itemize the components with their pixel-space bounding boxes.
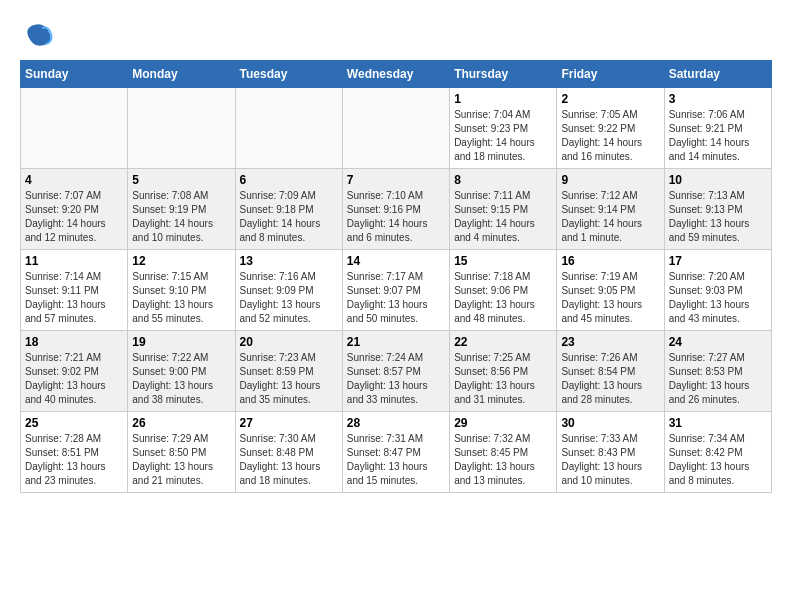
calendar-cell <box>21 88 128 169</box>
calendar-cell <box>235 88 342 169</box>
day-info: Sunrise: 7:29 AM Sunset: 8:50 PM Dayligh… <box>132 432 230 488</box>
day-number: 10 <box>669 173 767 187</box>
day-info: Sunrise: 7:06 AM Sunset: 9:21 PM Dayligh… <box>669 108 767 164</box>
day-number: 7 <box>347 173 445 187</box>
calendar-cell: 15Sunrise: 7:18 AM Sunset: 9:06 PM Dayli… <box>450 250 557 331</box>
calendar-cell: 8Sunrise: 7:11 AM Sunset: 9:15 PM Daylig… <box>450 169 557 250</box>
calendar-cell: 30Sunrise: 7:33 AM Sunset: 8:43 PM Dayli… <box>557 412 664 493</box>
calendar-cell: 11Sunrise: 7:14 AM Sunset: 9:11 PM Dayli… <box>21 250 128 331</box>
day-info: Sunrise: 7:09 AM Sunset: 9:18 PM Dayligh… <box>240 189 338 245</box>
day-info: Sunrise: 7:13 AM Sunset: 9:13 PM Dayligh… <box>669 189 767 245</box>
day-info: Sunrise: 7:04 AM Sunset: 9:23 PM Dayligh… <box>454 108 552 164</box>
calendar-cell: 2Sunrise: 7:05 AM Sunset: 9:22 PM Daylig… <box>557 88 664 169</box>
calendar-week-row: 11Sunrise: 7:14 AM Sunset: 9:11 PM Dayli… <box>21 250 772 331</box>
calendar-body: 1Sunrise: 7:04 AM Sunset: 9:23 PM Daylig… <box>21 88 772 493</box>
calendar-cell: 24Sunrise: 7:27 AM Sunset: 8:53 PM Dayli… <box>664 331 771 412</box>
calendar-week-row: 18Sunrise: 7:21 AM Sunset: 9:02 PM Dayli… <box>21 331 772 412</box>
day-info: Sunrise: 7:34 AM Sunset: 8:42 PM Dayligh… <box>669 432 767 488</box>
day-info: Sunrise: 7:20 AM Sunset: 9:03 PM Dayligh… <box>669 270 767 326</box>
logo-icon <box>24 20 54 50</box>
day-info: Sunrise: 7:32 AM Sunset: 8:45 PM Dayligh… <box>454 432 552 488</box>
day-number: 5 <box>132 173 230 187</box>
day-number: 29 <box>454 416 552 430</box>
day-number: 15 <box>454 254 552 268</box>
day-number: 22 <box>454 335 552 349</box>
calendar-cell: 29Sunrise: 7:32 AM Sunset: 8:45 PM Dayli… <box>450 412 557 493</box>
day-info: Sunrise: 7:26 AM Sunset: 8:54 PM Dayligh… <box>561 351 659 407</box>
calendar-cell: 3Sunrise: 7:06 AM Sunset: 9:21 PM Daylig… <box>664 88 771 169</box>
calendar-cell: 9Sunrise: 7:12 AM Sunset: 9:14 PM Daylig… <box>557 169 664 250</box>
calendar-cell: 31Sunrise: 7:34 AM Sunset: 8:42 PM Dayli… <box>664 412 771 493</box>
day-number: 25 <box>25 416 123 430</box>
day-info: Sunrise: 7:16 AM Sunset: 9:09 PM Dayligh… <box>240 270 338 326</box>
day-info: Sunrise: 7:17 AM Sunset: 9:07 PM Dayligh… <box>347 270 445 326</box>
day-info: Sunrise: 7:05 AM Sunset: 9:22 PM Dayligh… <box>561 108 659 164</box>
calendar-cell: 1Sunrise: 7:04 AM Sunset: 9:23 PM Daylig… <box>450 88 557 169</box>
day-number: 12 <box>132 254 230 268</box>
day-number: 30 <box>561 416 659 430</box>
day-info: Sunrise: 7:14 AM Sunset: 9:11 PM Dayligh… <box>25 270 123 326</box>
calendar-cell: 19Sunrise: 7:22 AM Sunset: 9:00 PM Dayli… <box>128 331 235 412</box>
calendar-cell: 17Sunrise: 7:20 AM Sunset: 9:03 PM Dayli… <box>664 250 771 331</box>
day-number: 3 <box>669 92 767 106</box>
day-info: Sunrise: 7:33 AM Sunset: 8:43 PM Dayligh… <box>561 432 659 488</box>
day-info: Sunrise: 7:15 AM Sunset: 9:10 PM Dayligh… <box>132 270 230 326</box>
calendar-week-row: 25Sunrise: 7:28 AM Sunset: 8:51 PM Dayli… <box>21 412 772 493</box>
calendar-cell <box>128 88 235 169</box>
day-info: Sunrise: 7:24 AM Sunset: 8:57 PM Dayligh… <box>347 351 445 407</box>
calendar-cell: 7Sunrise: 7:10 AM Sunset: 9:16 PM Daylig… <box>342 169 449 250</box>
day-number: 31 <box>669 416 767 430</box>
day-number: 1 <box>454 92 552 106</box>
calendar-week-row: 4Sunrise: 7:07 AM Sunset: 9:20 PM Daylig… <box>21 169 772 250</box>
day-number: 28 <box>347 416 445 430</box>
day-number: 16 <box>561 254 659 268</box>
col-thursday: Thursday <box>450 61 557 88</box>
calendar-cell: 27Sunrise: 7:30 AM Sunset: 8:48 PM Dayli… <box>235 412 342 493</box>
day-number: 11 <box>25 254 123 268</box>
day-info: Sunrise: 7:10 AM Sunset: 9:16 PM Dayligh… <box>347 189 445 245</box>
header-row: Sunday Monday Tuesday Wednesday Thursday… <box>21 61 772 88</box>
col-wednesday: Wednesday <box>342 61 449 88</box>
calendar-cell: 13Sunrise: 7:16 AM Sunset: 9:09 PM Dayli… <box>235 250 342 331</box>
day-number: 27 <box>240 416 338 430</box>
calendar-cell: 21Sunrise: 7:24 AM Sunset: 8:57 PM Dayli… <box>342 331 449 412</box>
calendar-week-row: 1Sunrise: 7:04 AM Sunset: 9:23 PM Daylig… <box>21 88 772 169</box>
day-number: 18 <box>25 335 123 349</box>
day-info: Sunrise: 7:23 AM Sunset: 8:59 PM Dayligh… <box>240 351 338 407</box>
col-monday: Monday <box>128 61 235 88</box>
day-info: Sunrise: 7:31 AM Sunset: 8:47 PM Dayligh… <box>347 432 445 488</box>
calendar-cell: 20Sunrise: 7:23 AM Sunset: 8:59 PM Dayli… <box>235 331 342 412</box>
col-saturday: Saturday <box>664 61 771 88</box>
day-number: 20 <box>240 335 338 349</box>
day-number: 2 <box>561 92 659 106</box>
day-number: 26 <box>132 416 230 430</box>
col-friday: Friday <box>557 61 664 88</box>
day-info: Sunrise: 7:18 AM Sunset: 9:06 PM Dayligh… <box>454 270 552 326</box>
calendar-cell: 28Sunrise: 7:31 AM Sunset: 8:47 PM Dayli… <box>342 412 449 493</box>
day-info: Sunrise: 7:22 AM Sunset: 9:00 PM Dayligh… <box>132 351 230 407</box>
page-header <box>20 20 772 50</box>
calendar-cell: 25Sunrise: 7:28 AM Sunset: 8:51 PM Dayli… <box>21 412 128 493</box>
calendar-cell: 23Sunrise: 7:26 AM Sunset: 8:54 PM Dayli… <box>557 331 664 412</box>
logo <box>20 20 54 50</box>
col-sunday: Sunday <box>21 61 128 88</box>
calendar-cell: 6Sunrise: 7:09 AM Sunset: 9:18 PM Daylig… <box>235 169 342 250</box>
day-number: 6 <box>240 173 338 187</box>
day-info: Sunrise: 7:08 AM Sunset: 9:19 PM Dayligh… <box>132 189 230 245</box>
day-info: Sunrise: 7:07 AM Sunset: 9:20 PM Dayligh… <box>25 189 123 245</box>
calendar-cell: 16Sunrise: 7:19 AM Sunset: 9:05 PM Dayli… <box>557 250 664 331</box>
calendar-cell: 5Sunrise: 7:08 AM Sunset: 9:19 PM Daylig… <box>128 169 235 250</box>
day-number: 23 <box>561 335 659 349</box>
calendar-cell: 22Sunrise: 7:25 AM Sunset: 8:56 PM Dayli… <box>450 331 557 412</box>
day-info: Sunrise: 7:21 AM Sunset: 9:02 PM Dayligh… <box>25 351 123 407</box>
day-number: 17 <box>669 254 767 268</box>
calendar-cell: 14Sunrise: 7:17 AM Sunset: 9:07 PM Dayli… <box>342 250 449 331</box>
day-number: 19 <box>132 335 230 349</box>
day-number: 9 <box>561 173 659 187</box>
calendar-table: Sunday Monday Tuesday Wednesday Thursday… <box>20 60 772 493</box>
calendar-cell: 10Sunrise: 7:13 AM Sunset: 9:13 PM Dayli… <box>664 169 771 250</box>
calendar-cell: 18Sunrise: 7:21 AM Sunset: 9:02 PM Dayli… <box>21 331 128 412</box>
day-number: 8 <box>454 173 552 187</box>
calendar-cell: 12Sunrise: 7:15 AM Sunset: 9:10 PM Dayli… <box>128 250 235 331</box>
calendar-header: Sunday Monday Tuesday Wednesday Thursday… <box>21 61 772 88</box>
